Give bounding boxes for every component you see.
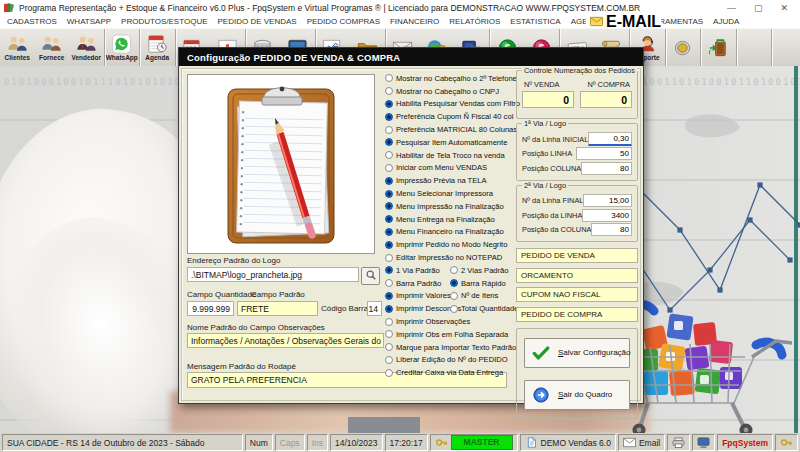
option-radio[interactable]: Imprimir Pedido no Modo Negrito [385,238,515,251]
qty-field[interactable]: 9.999.999 [187,301,234,316]
toolbar-button-label: Vendedor [71,55,101,62]
option-radio[interactable]: Impressão Prévia na TELA [385,174,515,187]
radio-icon [450,305,458,313]
doc-type-field[interactable]: PEDIDO DE COMPRA [516,307,638,322]
option-radio[interactable]: Editar Impressão no NOTEPAD [385,251,515,264]
menu-item[interactable]: PEDIDO COMPRAS [302,17,385,26]
compra-number-field[interactable]: 0 [580,91,632,108]
via-row-label: Nº da Linha INICIAL [522,135,588,144]
option-radio[interactable]: Pesquisar Item Automaticamente [385,136,515,149]
venda-number-field[interactable]: 0 [522,91,574,108]
option-radio[interactable]: Iniciar com Menu VENDAS [385,162,515,175]
option-radio[interactable]: Barra Rápido [450,277,515,290]
via-row-input[interactable]: 80 [581,162,632,175]
via1-group: 1ª Via / Logo Nº da Linha INICIAL 0,30 P… [516,123,638,181]
config-dialog: Configuração PEDIDO DE VENDA & COMPRA [178,47,644,404]
via-row-input[interactable]: 80 [591,223,632,236]
obs-field[interactable]: Informações / Anotações / Observações Ge… [187,333,384,348]
option-radio[interactable]: Menu Selecionar Impressora [385,187,515,200]
option-radio[interactable]: Nº de Itens [450,290,515,303]
option-radio[interactable]: Preferência Cupom Ñ Fiscal 40 col [385,110,515,123]
whatsapp-icon [110,34,133,54]
option-radio[interactable]: 1 Via Padrão [385,264,450,277]
menu-item[interactable]: PEDIDO DE VENDAS [213,17,302,26]
option-label: Preferência Cupom Ñ Fiscal 40 col [396,112,513,121]
menu-item[interactable]: RELATÓRIOS [444,17,505,26]
radio-icon [385,330,393,338]
menu-item[interactable]: PRODUTOS/ESTOQUE [116,17,212,26]
option-radio[interactable]: Mostrar no Cabeçalho o 2º Telefone [385,72,515,85]
option-radio[interactable]: 2 Vias Padrão [450,264,515,277]
toolbar-button[interactable]: Vendedor [69,29,104,67]
browse-logo-button[interactable] [361,267,380,285]
toolbar-button[interactable]: Fornece [35,29,70,67]
radio-icon [385,228,393,236]
right-panel: Controle Numeração dos Pedidos Nº VENDA … [516,70,638,419]
toolbar-button[interactable]: Agenda [139,29,175,67]
option-radio[interactable]: Total Quantidade [450,302,515,315]
option-radio[interactable]: Imprimir Valores [385,290,450,303]
save-config-button[interactable]: Salvar Configuração [524,338,630,368]
option-radio[interactable]: Habilitar de Tela Troco na venda [385,149,515,162]
menu-item[interactable]: CADASTROS [2,17,62,26]
toolbar-button[interactable]: WhatsApp [104,29,140,67]
default-field[interactable]: FRETE [237,301,318,316]
via-row-label: Posição da LINHA [522,211,582,220]
option-radio[interactable]: Barra Padrão [385,277,450,290]
exit-icon: EXIT [707,38,730,58]
obs-field-label: Nome Padrão do Campo Observações [187,323,325,332]
radio-icon [450,279,458,287]
status-email[interactable]: Email [618,434,665,451]
menu-item[interactable]: AJUDA [708,17,744,26]
doc-type-field[interactable]: PEDIDO DE VENDA [516,248,638,263]
menu-item[interactable]: WHATSAPP [62,17,116,26]
logo-path-field[interactable]: .\BITMAP\logo_prancheta.jpg [187,267,359,282]
toolbar-button-label: Clientes [5,55,30,62]
menu-item-email[interactable]: E-MAIL [586,13,661,31]
via-row-input[interactable]: 0,30 [588,132,632,146]
minimize-button[interactable]: — [727,3,736,13]
option-radio[interactable]: Imprimir Observações [385,315,515,328]
dialog-titlebar[interactable]: Configuração PEDIDO DE VENDA & COMPRA [179,48,643,66]
option-radio[interactable]: Preferência MATRICIAL 80 Colunas [385,123,515,136]
toolbar-button-label: Agenda [145,55,169,62]
option-radio[interactable]: Creditar Caixa via Data Entrega [385,366,515,379]
radio-icon [385,87,393,95]
option-radio[interactable]: Liberar Edição do Nº do PEDIDO [385,354,515,367]
radio-icon [385,356,393,364]
option-label: Mostrar no Cabeçalho o 2º Telefone [396,74,517,83]
option-radio[interactable]: Imprimir Descontos [385,302,450,315]
menu-item[interactable]: FINANCEIRO [385,17,444,26]
option-label: Imprimir Obs em Folha Separada [396,330,508,339]
doc-type-field[interactable]: ORCAMENTO [516,268,638,283]
toolbar-button[interactable] [665,29,701,67]
via-row: Posição da LINHA 3400 [522,208,632,223]
option-radio[interactable]: Menu Entrega na Finalização [385,213,515,226]
option-label: Nº de Itens [461,291,498,300]
option-radio[interactable]: Menu Impressão na Finalização [385,200,515,213]
menu-item[interactable]: ESTATISTICA [505,17,565,26]
toolbar-button[interactable] [771,29,800,67]
barcode-field[interactable]: 14 [367,301,382,316]
option-radio[interactable]: Marque para Importar Texto Padrão [385,341,515,354]
status-printer[interactable] [667,434,690,451]
via-row-input[interactable]: 3400 [582,209,632,222]
option-radio[interactable]: Menu Financeiro na Finalização [385,226,515,239]
maximize-button[interactable]: ▢ [754,3,763,13]
status-monitor[interactable] [692,434,715,451]
radio-icon [385,202,393,210]
toolbar-button[interactable]: EXIT [700,29,736,67]
window-titlebar[interactable]: Programa Representação + Estoque & Finan… [0,0,800,15]
dialog-body: Endereço Padrão do Logo .\BITMAP\logo_pr… [179,66,643,403]
option-radio[interactable]: Habilita Pesquisar Vendas com Filtro [385,98,515,111]
toolbar-button[interactable] [736,29,772,67]
via-row-input[interactable]: 15,00 [583,194,632,207]
close-button[interactable]: ✕ [780,3,788,13]
toolbar-button[interactable]: Clientes [0,29,35,67]
doc-type-field[interactable]: CUPOM NAO FISCAL [516,287,638,302]
option-radio[interactable]: Mostrar no Cabeçalho o CNPJ [385,85,515,98]
exit-dialog-button[interactable]: Sair do Quadro [524,380,630,410]
option-radio[interactable]: Imprimir Obs em Folha Separada [385,328,515,341]
via-row: Posição COLUNA 80 [522,161,632,176]
via-row-input[interactable]: 50 [576,147,632,160]
